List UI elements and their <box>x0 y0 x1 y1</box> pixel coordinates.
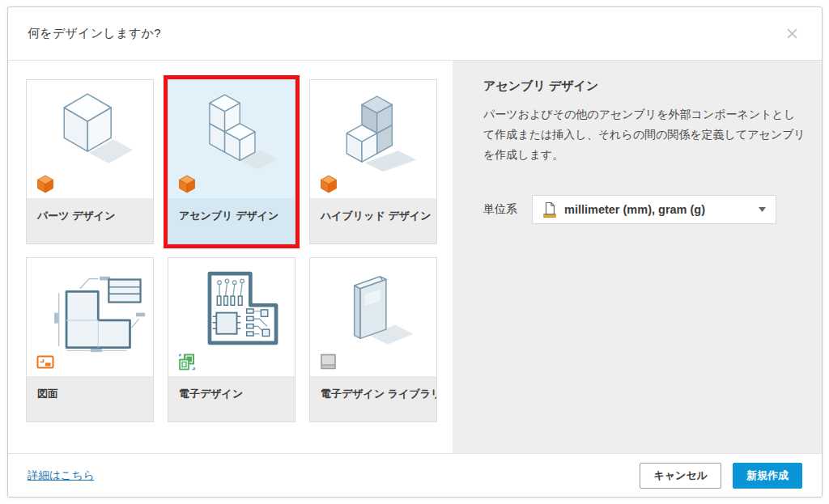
close-icon <box>786 28 798 40</box>
orange-cube-badge <box>36 175 54 193</box>
unit-system-label: 単位系 <box>483 202 532 217</box>
design-type-grid: パーツ デザイン <box>26 79 453 422</box>
book-icon <box>317 263 430 354</box>
close-button[interactable] <box>781 23 802 44</box>
card-icon-area <box>310 258 436 376</box>
orange-drawing-badge <box>36 353 54 371</box>
orange-cube-badge <box>178 175 196 193</box>
dialog-footer: 詳細はこちら キャンセル 新規作成 <box>8 453 822 497</box>
card-label: ハイブリッド デザイン <box>310 198 436 244</box>
details-link[interactable]: 詳細はこちら <box>28 468 94 483</box>
card-assembly-design[interactable]: アセンブリ デザイン <box>168 79 295 244</box>
card-label: 電子デザイン <box>168 376 295 421</box>
card-label: 図面 <box>27 376 153 421</box>
card-hybrid-design[interactable]: ハイブリッド デザイン <box>309 79 437 244</box>
orange-cube-badge <box>320 175 338 193</box>
detail-title: アセンブリ デザイン <box>483 78 806 94</box>
design-type-grid-panel: パーツ デザイン <box>8 61 453 453</box>
card-icon-area <box>310 80 436 198</box>
unit-system-row: 単位系 millimeter (mm), gram (g) <box>483 195 806 224</box>
pcb-board-icon <box>175 263 288 354</box>
drawing-sheet-icon <box>33 263 147 354</box>
card-icon-area <box>168 258 295 376</box>
document-icon <box>542 201 557 218</box>
footer-buttons: キャンセル 新規作成 <box>640 463 802 489</box>
card-parts-design[interactable]: パーツ デザイン <box>26 79 154 244</box>
card-icon-area <box>27 80 153 198</box>
unit-system-value: millimeter (mm), gram (g) <box>564 203 751 216</box>
detail-description: パーツおよびその他のアセンブリを外部コンポーネントとして作成または挿入し、それら… <box>483 104 806 165</box>
chevron-down-icon <box>759 207 766 212</box>
mixed-cubes-icon <box>317 85 430 176</box>
detail-panel: アセンブリ デザイン パーツおよびその他のアセンブリを外部コンポーネントとして作… <box>453 61 823 453</box>
stacked-cubes-icon <box>175 85 288 176</box>
card-icon-area <box>168 80 295 198</box>
dialog-header: 何をデザインしますか? <box>8 7 822 61</box>
card-label: パーツ デザイン <box>27 198 153 244</box>
single-cube-icon <box>33 85 147 176</box>
unit-system-dropdown[interactable]: millimeter (mm), gram (g) <box>532 195 776 224</box>
new-design-dialog: 何をデザインしますか? <box>7 6 823 498</box>
card-electronics-design[interactable]: 電子デザイン <box>168 257 295 422</box>
dialog-body: パーツ デザイン <box>8 61 822 453</box>
green-electronics-badge <box>178 353 196 371</box>
gray-library-badge <box>320 353 338 371</box>
create-button[interactable]: 新規作成 <box>733 463 802 489</box>
cancel-button[interactable]: キャンセル <box>640 463 721 489</box>
card-label: 電子デザイン ライブラリ <box>310 376 436 421</box>
card-icon-area <box>27 258 153 376</box>
card-label: アセンブリ デザイン <box>168 198 295 244</box>
dialog-title: 何をデザインしますか? <box>28 26 161 41</box>
card-drawing[interactable]: 図面 <box>26 257 154 422</box>
card-electronics-library[interactable]: 電子デザイン ライブラリ <box>309 257 437 422</box>
